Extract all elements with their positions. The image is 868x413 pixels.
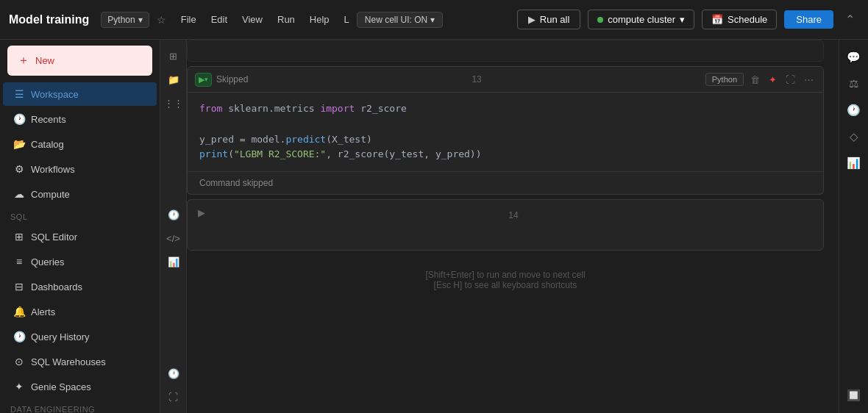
query-history-icon: 🕐 xyxy=(13,331,25,342)
menu-help[interactable]: Help xyxy=(302,11,337,28)
collapse-icon[interactable]: ⌃ xyxy=(841,11,859,28)
menu-bar: File Edit View Run Help L New cell UI: O… xyxy=(174,11,444,28)
cell-14-number: 14 xyxy=(214,210,813,220)
chevron-down-icon: ▾ xyxy=(204,76,208,83)
run-all-button[interactable]: ▶ Run all xyxy=(517,10,580,29)
sidebar-genie-label: Genie Spaces xyxy=(31,381,91,392)
sidebar-queries-label: Queries xyxy=(31,256,65,267)
workspace-icon: ☰ xyxy=(13,88,25,100)
schedule-label: Schedule xyxy=(728,14,767,25)
hint-block: [Shift+Enter] to run and move to next ce… xyxy=(187,255,824,305)
sidebar-item-workflows[interactable]: ⚙ Workflows xyxy=(3,157,157,181)
workflows-icon: ⚙ xyxy=(13,163,25,175)
expand-icon[interactable]: ⛶ xyxy=(163,387,184,407)
page-title: Model training xyxy=(9,13,89,26)
chart-icon[interactable]: 📊 xyxy=(163,251,184,272)
icon-sidebar: 💬 ⚖ 🕐 ◇ 📊 🔲 xyxy=(839,40,868,413)
star-icon[interactable]: ☆ xyxy=(157,14,166,26)
plus-icon: ＋ xyxy=(18,53,29,68)
chart-bar-icon[interactable]: 📊 xyxy=(842,151,866,175)
menu-run[interactable]: Run xyxy=(270,11,302,28)
sidebar-item-compute[interactable]: ☁ Compute xyxy=(3,182,157,206)
cell-13-output: Command skipped xyxy=(188,171,823,194)
sidebar-item-genie-spaces[interactable]: ✦ Genie Spaces xyxy=(3,375,157,398)
cell-13-language-tag[interactable]: Python xyxy=(705,73,744,86)
new-label: New xyxy=(35,55,54,66)
chevron-down-icon: ▾ xyxy=(430,15,435,25)
data-engineering-section-label: Data Engineering xyxy=(0,399,160,413)
sidebar-item-dashboards[interactable]: ⊟ Dashboards xyxy=(3,275,157,298)
diamond-icon[interactable]: ◇ xyxy=(842,125,866,148)
cell-13-code[interactable]: from sklearn.metrics import r2_score y_p… xyxy=(188,93,823,171)
sidebar-query-history-label: Query History xyxy=(31,331,89,342)
cell-13-body: from sklearn.metrics import r2_score y_p… xyxy=(187,93,824,195)
notebook-content: ▶ ▾ Skipped 13 Python 🗑 ✦ ⛶ ⋯ from sklea… xyxy=(187,40,839,413)
graph-icon[interactable]: ⋮⋮ xyxy=(163,93,184,113)
menu-edit[interactable]: Edit xyxy=(204,11,235,28)
play-icon: ▶ xyxy=(199,75,204,85)
cell-13-more-button[interactable]: ⋯ xyxy=(802,73,816,87)
catalog-icon: 📂 xyxy=(13,138,25,150)
sidebar: ＋ New ☰ Workspace 🕐 Recents 📂 Catalog ⚙ … xyxy=(0,40,160,413)
chevron-down-icon: ▾ xyxy=(138,15,143,25)
folder-icon[interactable]: 📁 xyxy=(163,69,184,90)
cell-13-status: Skipped xyxy=(216,74,248,85)
clock-icon: 🕐 xyxy=(13,113,25,125)
clock-alert-icon[interactable]: 🕐 xyxy=(163,363,184,384)
share-button[interactable]: Share xyxy=(784,10,833,29)
history-icon[interactable]: 🕐 xyxy=(842,98,866,122)
sidebar-item-alerts[interactable]: 🔔 Alerts xyxy=(3,300,157,323)
new-cell-ui-toggle[interactable]: New cell UI: ON ▾ xyxy=(357,12,443,28)
sidebar-item-compute-label: Compute xyxy=(31,189,70,200)
cluster-button[interactable]: compute cluster ▾ xyxy=(588,10,694,29)
cell-13-fullscreen-button[interactable]: ⛶ xyxy=(783,73,797,87)
sidebar-item-sql-warehouses[interactable]: ⊙ SQL Warehouses xyxy=(3,350,157,373)
sidebar-item-catalog[interactable]: 📂 Catalog xyxy=(3,132,157,156)
schedule-button[interactable]: 📅 Schedule xyxy=(702,10,777,29)
sql-warehouses-icon: ⊙ xyxy=(13,356,25,367)
cell-13: ▶ ▾ Skipped 13 Python 🗑 ✦ ⛶ ⋯ from sklea… xyxy=(187,66,824,195)
code-line-blank xyxy=(199,117,811,132)
calendar-icon: 📅 xyxy=(711,14,723,25)
cell-top-partial xyxy=(187,40,824,62)
cell-13-delete-button[interactable]: 🗑 xyxy=(748,73,762,87)
sidebar-item-queries[interactable]: ≡ Queries xyxy=(3,250,157,273)
sidebar-item-recents[interactable]: 🕐 Recents xyxy=(3,107,157,131)
chat-icon[interactable]: 💬 xyxy=(842,46,866,69)
layout-icon[interactable]: 🔲 xyxy=(842,384,866,407)
menu-file[interactable]: File xyxy=(174,11,204,28)
menu-view[interactable]: View xyxy=(235,11,270,28)
cell-13-number: 13 xyxy=(252,74,700,85)
main-layout: ＋ New ☰ Workspace 🕐 Recents 📂 Catalog ⚙ … xyxy=(0,40,868,413)
queries-icon: ≡ xyxy=(13,256,25,267)
sidebar-item-query-history[interactable]: 🕐 Query History xyxy=(3,325,157,348)
sidebar-item-catalog-label: Catalog xyxy=(31,139,64,150)
cell-14: ▶ 14 xyxy=(187,199,824,251)
new-cell-ui-label: New cell UI: ON xyxy=(365,15,427,25)
code-line-2: y_pred = model.predict(X_test) xyxy=(199,132,811,148)
hint-1: [Shift+Enter] to run and move to next ce… xyxy=(187,270,824,280)
cell-13-run-button[interactable]: ▶ ▾ xyxy=(195,73,212,87)
sql-editor-icon: ⊞ xyxy=(13,231,25,243)
menu-l[interactable]: L xyxy=(337,11,357,28)
python-label: Python xyxy=(107,15,135,25)
cell-13-ai-button[interactable]: ✦ xyxy=(766,73,779,87)
sql-section-label: SQL xyxy=(0,206,160,224)
cell-13-actions: 🗑 ✦ ⛶ ⋯ xyxy=(748,73,816,87)
sidebar-sql-editor-label: SQL Editor xyxy=(31,231,77,243)
code-icon[interactable]: </> xyxy=(163,228,184,248)
table-icon[interactable]: ⊞ xyxy=(163,46,184,66)
top-bar: Model training Python ▾ ☆ File Edit View… xyxy=(0,0,868,40)
sidebar-item-sql-editor[interactable]: ⊞ SQL Editor xyxy=(3,225,157,248)
sidebar-item-workspace-label: Workspace xyxy=(31,89,79,100)
compute-icon: ☁ xyxy=(13,188,25,200)
dashboards-icon: ⊟ xyxy=(13,281,25,292)
cell-14-play-button[interactable]: ▶ xyxy=(198,207,205,218)
new-button[interactable]: ＋ New xyxy=(7,46,152,76)
sidebar-sql-warehouses-label: SQL Warehouses xyxy=(31,356,106,367)
balance-icon[interactable]: ⚖ xyxy=(842,72,866,96)
sidebar-item-workspace[interactable]: ☰ Workspace xyxy=(3,82,157,106)
share-label: Share xyxy=(796,14,822,25)
language-badge[interactable]: Python ▾ xyxy=(101,12,149,28)
history-icon[interactable]: 🕐 xyxy=(163,204,184,225)
